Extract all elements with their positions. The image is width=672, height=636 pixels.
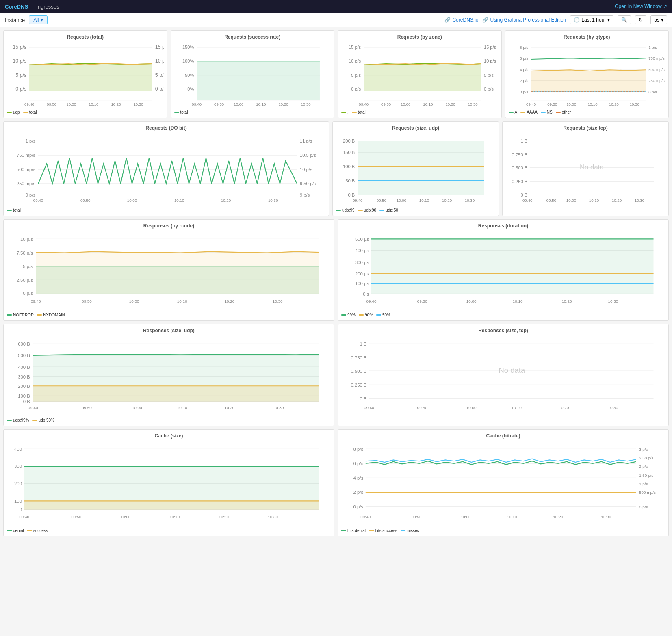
svg-text:1.50 p/s: 1.50 p/s — [639, 473, 653, 477]
svg-text:1 B: 1 B — [520, 138, 527, 143]
svg-text:3 p/s: 3 p/s — [639, 447, 648, 451]
svg-text:10:00: 10:00 — [129, 299, 139, 303]
svg-text:0 p/s: 0 p/s — [351, 87, 361, 91]
svg-text:10:00: 10:00 — [120, 515, 130, 519]
grafana-link[interactable]: 🔗 Using Grafana Professional Edition — [482, 17, 566, 23]
panel-title-responses-size-udp: Responses (size, udp) — [7, 328, 331, 333]
svg-text:10:00: 10:00 — [66, 102, 76, 106]
coredns-link[interactable]: 🔗 CoreDNS.io — [444, 17, 478, 23]
svg-text:15 p/s: 15 p/s — [155, 44, 164, 50]
svg-text:5 p/s: 5 p/s — [351, 73, 361, 78]
chart-svg-requests-size-udp: 200 B 150 B 100 B 50 B 0 B 09:40 09:50 1… — [336, 132, 495, 206]
all-filter-button[interactable]: All ▾ — [29, 15, 47, 24]
svg-text:10:00: 10:00 — [234, 102, 243, 106]
svg-text:09:40: 09:40 — [192, 102, 202, 106]
svg-text:10:20: 10:20 — [553, 515, 563, 519]
svg-text:500 B: 500 B — [18, 353, 30, 358]
svg-text:6 p/s: 6 p/s — [520, 56, 528, 61]
legend-requests-dobit: total — [7, 208, 325, 212]
svg-text:0 p/s: 0 p/s — [155, 86, 164, 92]
panel-title-cache-size: Cache (size) — [7, 433, 331, 439]
svg-text:9.50 p/s: 9.50 p/s — [300, 181, 316, 186]
logo[interactable]: CoreDNS — [5, 4, 28, 10]
chart-requests-dobit: 1 p/s 750 mp/s 500 mp/s 250 mp/s 0 p/s 1… — [7, 132, 325, 206]
top-bar: CoreDNS Ingresses Open in New Window ↗ — [0, 0, 672, 13]
zoom-out-button[interactable]: 🔍 — [618, 15, 631, 24]
svg-text:0 B: 0 B — [360, 396, 367, 401]
svg-text:10:20: 10:20 — [612, 198, 622, 203]
open-new-window[interactable]: Open in New Window ↗ — [615, 4, 667, 9]
svg-text:0 p/s: 0 p/s — [639, 505, 648, 509]
legend-responses-size-udp: udp:99% udp:50% — [7, 418, 331, 422]
panel-title-requests-size-udp: Requests (size, udp) — [336, 125, 495, 131]
svg-text:09:40: 09:40 — [366, 299, 377, 303]
panel-title-responses-duration: Responses (duration) — [341, 223, 665, 229]
svg-text:1 p/s: 1 p/s — [648, 45, 657, 50]
svg-text:100 B: 100 B — [343, 164, 355, 169]
svg-text:1 B: 1 B — [360, 342, 367, 346]
svg-text:10 p/s: 10 p/s — [300, 167, 312, 172]
svg-text:5 p/s: 5 p/s — [484, 73, 494, 78]
svg-marker-186 — [33, 386, 319, 402]
legend-requests-qtype: A AAAA NS other — [509, 110, 665, 115]
svg-text:10:10: 10:10 — [177, 299, 187, 303]
svg-text:10:20: 10:20 — [221, 198, 231, 203]
svg-text:10:30: 10:30 — [268, 515, 278, 519]
svg-text:0.250 B: 0.250 B — [512, 179, 528, 184]
refresh-button[interactable]: ↻ — [635, 15, 646, 24]
svg-text:400 µs: 400 µs — [355, 248, 369, 253]
svg-text:09:50: 09:50 — [82, 406, 92, 410]
svg-text:09:40: 09:40 — [353, 198, 363, 203]
chart-requests-success: 150% 100% 50% 0% 09:40 09:50 10:00 10:10… — [174, 41, 331, 108]
svg-text:10:30: 10:30 — [608, 406, 618, 410]
svg-text:0.750 B: 0.750 B — [512, 152, 528, 157]
chart-cache-hitrate: 8 p/s 6 p/s 4 p/s 2 p/s 0 p/s 3 p/s 2.50… — [341, 440, 665, 527]
legend-requests-success: total — [174, 110, 331, 115]
svg-text:6 p/s: 6 p/s — [353, 461, 363, 466]
svg-text:10:00: 10:00 — [461, 515, 471, 519]
svg-text:10:20: 10:20 — [442, 198, 452, 203]
svg-text:400: 400 — [14, 446, 22, 451]
svg-text:4 p/s: 4 p/s — [520, 67, 528, 72]
svg-text:100%: 100% — [182, 58, 194, 63]
svg-text:200 B: 200 B — [343, 138, 355, 143]
svg-text:0 p/s: 0 p/s — [26, 193, 36, 197]
svg-text:8 p/s: 8 p/s — [520, 45, 528, 50]
svg-text:0 p/s: 0 p/s — [484, 87, 494, 91]
svg-text:0 p/s: 0 p/s — [520, 90, 528, 94]
chart-svg-responses-size-tcp: 1 B 0.750 B 0.500 B 0.250 B 0 B No data … — [341, 335, 665, 416]
svg-text:15 p/s: 15 p/s — [13, 44, 26, 50]
chart-svg-cache-hitrate: 8 p/s 6 p/s 4 p/s 2 p/s 0 p/s 3 p/s 2.50… — [341, 440, 665, 527]
svg-text:10:00: 10:00 — [397, 198, 407, 203]
svg-text:10:00: 10:00 — [127, 198, 137, 203]
nav-ingresses[interactable]: Ingresses — [36, 4, 59, 10]
svg-marker-221 — [24, 501, 319, 509]
svg-text:0 p/s: 0 p/s — [23, 291, 33, 296]
svg-text:09:40: 09:40 — [364, 406, 374, 410]
time-range-button[interactable]: 🕐 Last 1 hour ▾ — [570, 15, 613, 24]
chart-svg-responses-size-udp: 600 B 500 B 400 B 300 B 200 B 100 B 0 B … — [7, 335, 331, 416]
chart-svg-requests-zone: 15 p/s 10 p/s 5 p/s 0 p/s 15 p/s 10 p/s … — [341, 41, 498, 108]
chart-svg-requests-success: 150% 100% 50% 0% 09:40 09:50 10:00 10:10… — [174, 41, 331, 108]
chart-responses-duration: 500 µs 400 µs 300 µs 200 µs 100 µs 0 s 0… — [341, 230, 665, 311]
refresh-interval-button[interactable]: 5s ▾ — [650, 15, 667, 24]
svg-marker-13 — [29, 63, 152, 91]
chart-cache-size: 400 300 200 100 0 09:40 09:50 10:00 10:1… — [7, 440, 331, 527]
svg-text:09:50: 09:50 — [82, 299, 92, 303]
svg-text:0: 0 — [20, 507, 22, 512]
svg-text:400 B: 400 B — [18, 365, 30, 370]
legend-requests-zone: . total — [341, 110, 498, 115]
svg-marker-72 — [531, 70, 646, 92]
svg-text:750 mp/s: 750 mp/s — [17, 153, 35, 158]
svg-text:10:30: 10:30 — [268, 198, 278, 203]
svg-text:1 p/s: 1 p/s — [639, 482, 648, 486]
svg-text:0.250 B: 0.250 B — [351, 383, 366, 387]
svg-text:09:40: 09:40 — [28, 406, 38, 410]
svg-text:10:00: 10:00 — [566, 198, 577, 203]
svg-text:10:10: 10:10 — [256, 102, 266, 106]
svg-text:5 p/s: 5 p/s — [23, 264, 33, 269]
svg-text:10:10: 10:10 — [169, 515, 180, 519]
row-1: Requests (total) 15 p/s 10 p/s 5 p/s 0 p… — [3, 30, 669, 118]
svg-text:50 B: 50 B — [345, 178, 355, 183]
svg-text:150 B: 150 B — [343, 150, 355, 155]
